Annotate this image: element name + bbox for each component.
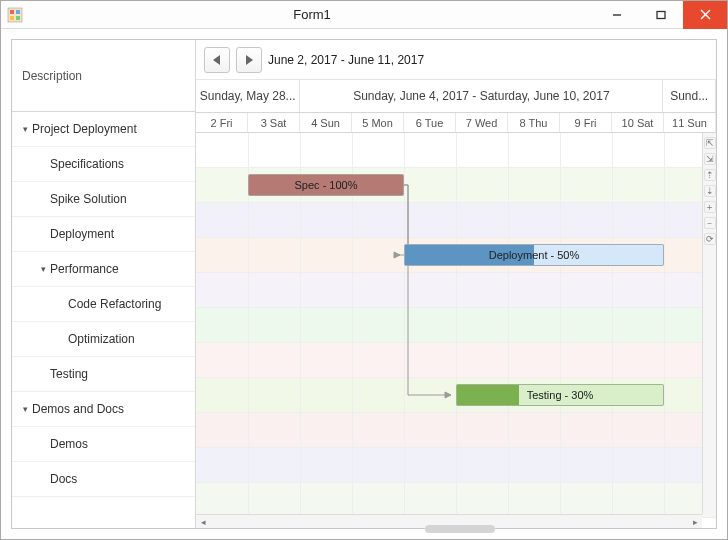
prev-button[interactable] [204, 47, 230, 73]
timeline-day-cell[interactable]: 11 Sun [664, 113, 716, 132]
gantt-bar-progress [457, 385, 519, 405]
timeline-group-cell[interactable]: Sund... [663, 80, 716, 112]
tree-item-label: Demos and Docs [32, 402, 195, 416]
scale-button[interactable]: ⇱ [704, 137, 716, 149]
scale-button[interactable]: ＋ [704, 201, 716, 213]
tree-header: Description [12, 40, 195, 112]
tree-item[interactable]: ▾Demos and Docs [12, 392, 195, 427]
tree-item-label: Code Refactoring [68, 297, 195, 311]
svg-marker-9 [213, 55, 220, 65]
timeline-group-cell[interactable]: Sunday, May 28... [196, 80, 300, 112]
scale-button[interactable]: ⇲ [704, 153, 716, 165]
tree-item[interactable]: Testing [12, 357, 195, 392]
scale-button[interactable]: ⟳ [704, 233, 716, 245]
tree-item-label: Docs [50, 472, 195, 486]
scroll-right-icon[interactable]: ▸ [688, 517, 702, 527]
tree-column: Description ▾Project DeploymentSpecifica… [12, 40, 196, 528]
vertical-scale-control[interactable]: ⇱⇲⇡⇣＋－⟳ [702, 133, 716, 514]
timeline-day-cell[interactable]: 9 Fri [560, 113, 612, 132]
tree: ▾Project DeploymentSpecificationsSpike S… [12, 112, 195, 528]
caret-icon[interactable]: ▾ [18, 404, 32, 414]
caret-icon[interactable]: ▾ [36, 264, 50, 274]
tree-item[interactable]: Demos [12, 427, 195, 462]
date-range-label: June 2, 2017 - June 11, 2017 [268, 53, 424, 67]
timeline-area: June 2, 2017 - June 11, 2017 Sunday, May… [196, 40, 716, 528]
titlebar[interactable]: Form1 [1, 1, 727, 29]
close-button[interactable] [683, 1, 727, 29]
scroll-left-icon[interactable]: ◂ [196, 517, 210, 527]
tree-item-label: Project Deployment [32, 122, 195, 136]
timeline-day-cell[interactable]: 2 Fri [196, 113, 248, 132]
triangle-left-icon [213, 55, 221, 65]
tree-item-label: Optimization [68, 332, 195, 346]
timeline-group-header: Sunday, May 28...Sunday, June 4, 2017 - … [196, 80, 716, 113]
next-button[interactable] [236, 47, 262, 73]
tree-item-label: Spike Solution [50, 192, 195, 206]
timeline-group-cell[interactable]: Sunday, June 4, 2017 - Saturday, June 10… [300, 80, 663, 112]
tree-item[interactable]: Code Refactoring [12, 287, 195, 322]
timeline-body[interactable]: Spec - 100%Deployment - 50%Testing - 30% [196, 133, 716, 528]
gantt-bar[interactable]: Deployment - 50% [404, 244, 664, 266]
svg-rect-1 [10, 10, 14, 14]
svg-marker-10 [246, 55, 253, 65]
tree-item[interactable]: Specifications [12, 147, 195, 182]
minimize-button[interactable] [595, 1, 639, 29]
gantt-panel: Description ▾Project DeploymentSpecifica… [11, 39, 717, 529]
svg-rect-3 [10, 16, 14, 20]
client-area: Description ▾Project DeploymentSpecifica… [1, 29, 727, 539]
tree-item[interactable]: ▾Project Deployment [12, 112, 195, 147]
tree-item-label: Deployment [50, 227, 195, 241]
window-frame: Form1 Description ▾Project DeploymentSpe… [0, 0, 728, 540]
scale-button[interactable]: ⇡ [704, 169, 716, 181]
triangle-right-icon [245, 55, 253, 65]
svg-rect-4 [16, 16, 20, 20]
scale-button[interactable]: － [704, 217, 716, 229]
gantt-bar-label: Testing - 30% [521, 389, 600, 401]
timeline-toolbar: June 2, 2017 - June 11, 2017 [196, 40, 716, 80]
timeline-day-cell[interactable]: 7 Wed [456, 113, 508, 132]
timeline-day-cell[interactable]: 4 Sun [300, 113, 352, 132]
timeline-day-cell[interactable]: 8 Thu [508, 113, 560, 132]
tree-item-label: Performance [50, 262, 195, 276]
gantt-bar[interactable]: Spec - 100% [248, 174, 404, 196]
app-icon [1, 7, 29, 23]
tree-item[interactable]: Deployment [12, 217, 195, 252]
window-title: Form1 [29, 7, 595, 22]
svg-rect-6 [657, 11, 665, 18]
timeline-day-cell[interactable]: 6 Tue [404, 113, 456, 132]
tree-item-label: Specifications [50, 157, 195, 171]
tree-item[interactable]: Docs [12, 462, 195, 497]
timeline-day-cell[interactable]: 10 Sat [612, 113, 664, 132]
gantt-bar-label: Deployment - 50% [483, 249, 586, 261]
scale-button[interactable]: ⇣ [704, 185, 716, 197]
gantt-bar-label: Spec - 100% [289, 179, 364, 191]
svg-rect-2 [16, 10, 20, 14]
timeline-day-cell[interactable]: 3 Sat [248, 113, 300, 132]
timeline-day-header: 2 Fri3 Sat4 Sun5 Mon6 Tue7 Wed8 Thu9 Fri… [196, 113, 716, 133]
maximize-button[interactable] [639, 1, 683, 29]
svg-marker-11 [394, 252, 400, 258]
horizontal-scrollbar[interactable]: ◂ ▸ [196, 514, 702, 528]
tree-item[interactable]: ▾Performance [12, 252, 195, 287]
window-buttons [595, 1, 727, 29]
svg-marker-12 [445, 392, 451, 398]
tree-item-label: Demos [50, 437, 195, 451]
timeline-day-cell[interactable]: 5 Mon [352, 113, 404, 132]
tree-item-label: Testing [50, 367, 195, 381]
caret-icon[interactable]: ▾ [18, 124, 32, 134]
horizontal-scroll-thumb[interactable] [425, 525, 495, 533]
gantt-bar[interactable]: Testing - 30% [456, 384, 664, 406]
tree-item[interactable]: Spike Solution [12, 182, 195, 217]
tree-item[interactable]: Optimization [12, 322, 195, 357]
